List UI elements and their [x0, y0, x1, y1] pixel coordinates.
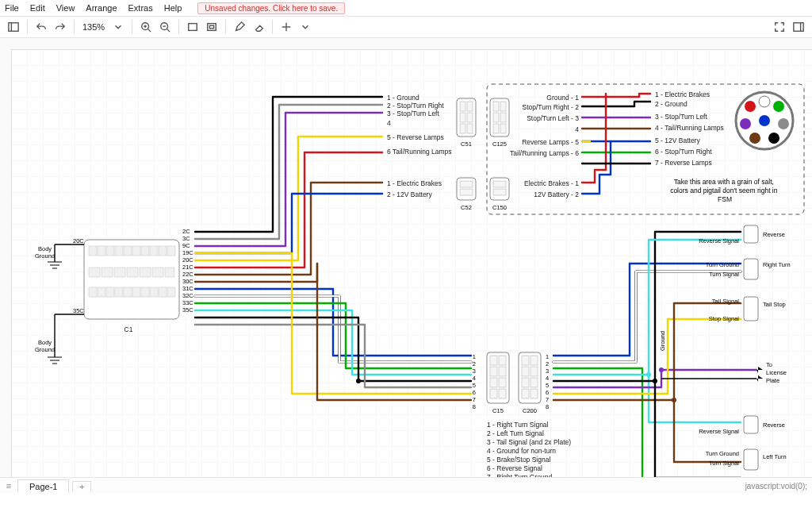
svg-rect-84 [460, 113, 465, 122]
svg-text:4: 4 [546, 375, 549, 382]
svg-point-122 [759, 96, 770, 107]
svg-rect-30 [127, 267, 138, 277]
svg-text:Reverse: Reverse [763, 231, 785, 238]
svg-point-128 [768, 133, 779, 144]
menu-extras[interactable]: Extras [128, 3, 153, 13]
drawing-stage: .w{stroke-width:2.4;fill:none;stroke-lin… [0, 38, 812, 494]
svg-rect-196 [744, 449, 758, 470]
add-page-button[interactable]: + [72, 481, 91, 491]
svg-text:Reverse Signal: Reverse Signal [699, 237, 739, 244]
svg-rect-37 [115, 287, 123, 297]
ruler-corner [0, 38, 12, 50]
ruler-horizontal [11, 38, 812, 50]
svg-text:7: 7 [473, 396, 476, 403]
svg-rect-41 [150, 287, 158, 297]
svg-rect-144 [499, 378, 506, 387]
svg-text:2 - Stop/Turn Right: 2 - Stop/Turn Right [387, 102, 444, 110]
svg-rect-26 [167, 246, 175, 256]
connector-c200: C200 [519, 352, 541, 414]
separator [272, 20, 273, 34]
svg-text:4 - Tail/Running Lamps: 4 - Tail/Running Lamps [655, 124, 724, 132]
separator [27, 20, 28, 34]
page-tabs: ≡ Page-1 + javascript:void(0); [0, 477, 812, 494]
svg-text:1 - Right Turn Signal: 1 - Right Turn Signal [487, 421, 549, 429]
zoom-out-icon[interactable] [156, 18, 174, 36]
svg-text:1 - Ground: 1 - Ground [387, 94, 419, 102]
connector-c51: C51 [457, 98, 476, 148]
warning-text: Take this area with a grain of salt, col… [670, 178, 779, 203]
undo-icon[interactable] [33, 18, 50, 36]
svg-text:C125: C125 [492, 140, 507, 148]
connector-c15: C15 [487, 352, 509, 414]
menu-file[interactable]: File [5, 3, 19, 13]
svg-text:6 Tail/Running Lamps: 6 Tail/Running Lamps [387, 148, 452, 156]
svg-text:20C: 20C [182, 256, 193, 264]
svg-text:9C: 9C [182, 242, 190, 249]
svg-rect-17 [89, 246, 97, 256]
svg-rect-145 [490, 389, 497, 398]
svg-rect-29 [114, 267, 125, 277]
toggle-sidebar-icon[interactable] [5, 18, 22, 36]
connector-c52: C52 [457, 178, 476, 211]
svg-text:C52: C52 [461, 204, 472, 211]
tab-page-1[interactable]: Page-1 [17, 479, 69, 493]
connector-c1: C1 [84, 240, 179, 333]
svg-text:6: 6 [473, 389, 476, 396]
svg-text:6 - Reverse Signal: 6 - Reverse Signal [487, 464, 542, 472]
zoom-in-icon[interactable] [137, 18, 155, 36]
zoom-value[interactable]: 135% [79, 22, 108, 32]
menu-edit[interactable]: Edit [30, 3, 45, 13]
svg-rect-153 [522, 378, 529, 387]
separator [225, 20, 226, 34]
svg-rect-156 [530, 389, 538, 398]
svg-text:22C: 22C [182, 271, 193, 278]
svg-rect-102 [493, 181, 506, 187]
chevron-down-icon[interactable] [109, 18, 127, 36]
svg-text:2: 2 [546, 360, 549, 368]
svg-rect-87 [467, 124, 473, 133]
zoom-actual-icon[interactable] [203, 18, 220, 36]
tabs-menu-icon[interactable]: ≡ [0, 481, 17, 491]
svg-rect-98 [460, 181, 473, 187]
svg-rect-39 [132, 287, 140, 297]
ground-label: Ground [659, 331, 666, 351]
upper-left-labels: 1 - Ground 2 - Stop/Turn Right 3 - Stop/… [387, 94, 452, 198]
svg-text:5 - Reverse Lamps: 5 - Reverse Lamps [387, 133, 444, 141]
unsaved-banner[interactable]: Unsaved changes. Click here to save. [197, 2, 345, 14]
menu-arrange[interactable]: Arrange [86, 3, 117, 13]
svg-text:C150: C150 [492, 204, 507, 211]
svg-point-129 [356, 379, 361, 383]
svg-rect-91 [500, 102, 506, 111]
svg-text:Plate: Plate [766, 377, 779, 384]
format-panel-icon[interactable] [790, 18, 807, 36]
chevron-down-icon[interactable] [297, 18, 314, 36]
svg-text:31C: 31C [182, 285, 193, 292]
round-connector [736, 92, 793, 149]
insert-icon[interactable] [278, 18, 295, 36]
svg-rect-33 [165, 267, 174, 277]
svg-text:Stop/Turn Left - 3: Stop/Turn Left - 3 [527, 114, 579, 122]
svg-text:To: To [766, 361, 772, 368]
right-module-blocks: Reverse Reverse Signal Right Turn Turn G… [699, 225, 790, 494]
menu-bar: File Edit View Arrange Extras Help Unsav… [0, 0, 812, 17]
svg-point-127 [749, 133, 760, 144]
fullscreen-icon[interactable] [771, 18, 788, 36]
eraser-icon[interactable] [250, 18, 267, 36]
svg-text:2C: 2C [182, 228, 190, 235]
svg-text:3 - Tail Signal (and 2x Plate): 3 - Tail Signal (and 2x Plate) [487, 438, 571, 446]
svg-text:Left
Turn: Left Turn [763, 453, 787, 460]
svg-text:Turn Signal: Turn Signal [709, 460, 739, 467]
svg-text:3: 3 [473, 368, 476, 375]
svg-rect-94 [493, 124, 499, 133]
canvas[interactable]: .w{stroke-width:2.4;fill:none;stroke-lin… [11, 49, 812, 494]
pencil-icon[interactable] [231, 18, 248, 36]
svg-rect-152 [530, 367, 538, 376]
c1-right-pins: 2C 3C 9C 19C 20C 21C 22C 30C 31C 32C 33C… [182, 228, 193, 314]
svg-rect-14 [794, 23, 803, 32]
menu-help[interactable]: Help [164, 3, 182, 13]
redo-icon[interactable] [52, 18, 69, 36]
svg-rect-35 [98, 287, 105, 297]
zoom-fit-icon[interactable] [184, 18, 201, 36]
svg-rect-139 [490, 356, 497, 365]
menu-view[interactable]: View [56, 3, 75, 13]
